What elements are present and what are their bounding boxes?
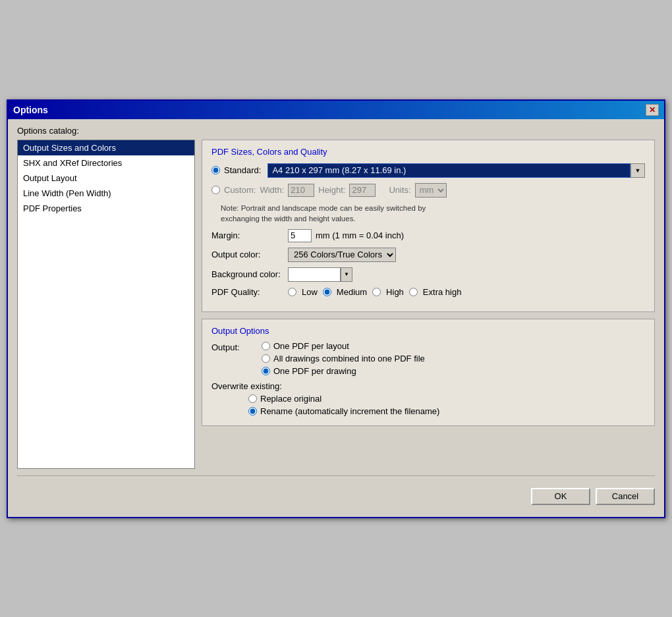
margin-input[interactable] xyxy=(288,229,312,242)
sidebar-item-shx-xref[interactable]: SHX and XRef Directories xyxy=(18,155,194,171)
dialog-footer: OK Cancel xyxy=(17,485,655,508)
content-area: Output Sizes and Colors SHX and XRef Dir… xyxy=(17,140,655,469)
overwrite-rename-label: Rename (automatically increment the file… xyxy=(260,406,439,416)
bg-color-label: Background color: xyxy=(211,269,284,279)
title-bar: Options ✕ xyxy=(8,101,664,119)
pdf-section-title: PDF Sizes, Colors and Quality xyxy=(211,147,645,157)
output-label: Output: xyxy=(211,341,258,352)
pdf-section: PDF Sizes, Colors and Quality Standard: … xyxy=(202,140,655,312)
color-swatch[interactable] xyxy=(288,267,341,282)
output-one-per-layout-radio[interactable] xyxy=(262,342,270,350)
custom-label: Custom: xyxy=(224,185,256,195)
sidebar-item-output-sizes-colors[interactable]: Output Sizes and Colors xyxy=(18,140,194,155)
margin-row: Margin: mm (1 mm = 0.04 inch) xyxy=(211,229,645,242)
standard-radio[interactable] xyxy=(211,166,220,174)
output-one-per-layout-label: One PDF per layout xyxy=(273,341,349,351)
sidebar: Output Sizes and Colors SHX and XRef Dir… xyxy=(17,140,195,469)
bg-color-box: ▼ xyxy=(288,267,352,282)
standard-select-display[interactable]: A4 210 x 297 mm (8.27 x 11.69 in.) xyxy=(267,163,630,178)
output-color-select[interactable]: 256 Colors/True Colors Grayscale Black &… xyxy=(288,248,396,262)
width-label: Width: xyxy=(260,185,284,195)
pdf-quality-row: PDF Quality: Low Medium High Extra high xyxy=(211,287,645,297)
standard-row: Standard: A4 210 x 297 mm (8.27 x 11.69 … xyxy=(211,163,645,178)
overwrite-option-replace[interactable]: Replace original xyxy=(248,394,645,404)
quality-medium-radio[interactable] xyxy=(323,288,331,296)
width-input[interactable] xyxy=(288,184,314,197)
standard-dropdown-wrapper: A4 210 x 297 mm (8.27 x 11.69 in.) ▼ xyxy=(267,163,645,178)
margin-units: mm (1 mm = 0.04 inch) xyxy=(316,230,404,240)
standard-dropdown-arrow[interactable]: ▼ xyxy=(630,163,645,178)
overwrite-rename-radio[interactable] xyxy=(248,407,257,416)
output-one-per-drawing-label: One PDF per drawing xyxy=(273,366,356,376)
footer-divider xyxy=(17,475,655,476)
quality-extra-high-radio[interactable] xyxy=(409,288,418,296)
overwrite-replace-radio[interactable] xyxy=(248,394,257,403)
quality-extra-high-label: Extra high xyxy=(423,287,462,297)
output-color-row: Output color: 256 Colors/True Colors Gra… xyxy=(211,248,645,262)
output-all-combined-label: All drawings combined into one PDF file xyxy=(273,354,425,363)
ok-button[interactable]: OK xyxy=(531,488,590,505)
overwrite-replace-label: Replace original xyxy=(260,394,322,404)
output-option-one-per-layout[interactable]: One PDF per layout xyxy=(262,341,425,351)
output-one-per-drawing-radio[interactable] xyxy=(262,367,270,375)
dialog-body: Options catalog: Output Sizes and Colors… xyxy=(8,119,664,517)
cancel-button[interactable]: Cancel xyxy=(596,488,655,505)
overwrite-section: Overwrite existing: Replace original Ren… xyxy=(211,381,645,416)
dialog-title: Options xyxy=(13,105,48,115)
main-panel: PDF Sizes, Colors and Quality Standard: … xyxy=(202,140,655,469)
output-color-label: Output color: xyxy=(211,250,284,259)
quality-low-label: Low xyxy=(302,287,318,297)
quality-medium-label: Medium xyxy=(337,287,367,297)
sidebar-item-output-layout[interactable]: Output Layout xyxy=(18,171,194,186)
sidebar-item-pdf-properties[interactable]: PDF Properties xyxy=(18,201,194,216)
height-label: Height: xyxy=(318,185,345,195)
custom-radio[interactable] xyxy=(211,186,220,194)
standard-label: Standard: xyxy=(224,165,261,175)
custom-row: Custom: Width: Height: Units: mm in xyxy=(211,183,645,198)
output-option-one-per-drawing[interactable]: One PDF per drawing xyxy=(262,366,425,376)
options-dialog: Options ✕ Options catalog: Output Sizes … xyxy=(7,99,665,518)
output-section-title: Output Options xyxy=(211,326,645,336)
options-catalog-label: Options catalog: xyxy=(17,126,655,136)
color-dropdown-btn[interactable]: ▼ xyxy=(341,267,352,282)
overwrite-option-rename[interactable]: Rename (automatically increment the file… xyxy=(248,406,645,416)
output-row: Output: One PDF per layout All drawings … xyxy=(211,341,645,376)
bg-color-row: Background color: ▼ xyxy=(211,267,645,282)
overwrite-label: Overwrite existing: xyxy=(211,381,645,391)
quality-options: Low Medium High Extra high xyxy=(288,287,461,297)
output-options: One PDF per layout All drawings combined… xyxy=(262,341,425,376)
output-option-all-combined[interactable]: All drawings combined into one PDF file xyxy=(262,354,425,363)
units-label: Units: xyxy=(389,185,410,195)
quality-high-radio[interactable] xyxy=(372,288,381,296)
overwrite-options: Replace original Rename (automatically i… xyxy=(248,394,645,416)
note-text: Note: Portrait and landscape mode can be… xyxy=(221,203,645,224)
sidebar-item-line-width[interactable]: Line Width (Pen Width) xyxy=(18,186,194,201)
units-select[interactable]: mm in xyxy=(415,183,447,198)
height-input[interactable] xyxy=(349,184,376,197)
close-button[interactable]: ✕ xyxy=(646,104,659,116)
quality-low-radio[interactable] xyxy=(288,288,296,296)
output-section: Output Options Output: One PDF per layou… xyxy=(202,319,655,426)
output-all-combined-radio[interactable] xyxy=(262,354,270,363)
quality-high-label: High xyxy=(386,287,404,297)
pdf-quality-label: PDF Quality: xyxy=(211,287,284,297)
margin-label: Margin: xyxy=(211,230,284,240)
